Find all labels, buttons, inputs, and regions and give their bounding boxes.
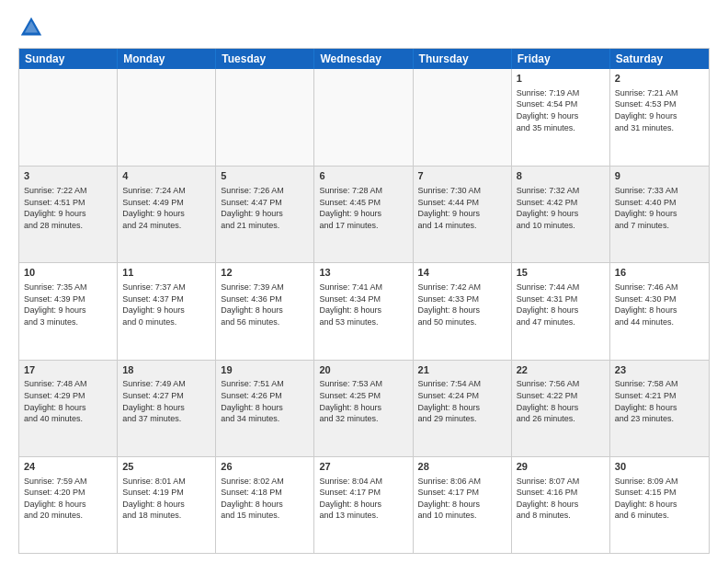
- weekday-header: Thursday: [414, 49, 512, 69]
- calendar-row: 24Sunrise: 7:59 AM Sunset: 4:20 PM Dayli…: [19, 456, 709, 553]
- calendar-cell: 9Sunrise: 7:33 AM Sunset: 4:40 PM Daylig…: [610, 167, 709, 262]
- calendar-cell: 29Sunrise: 8:07 AM Sunset: 4:16 PM Dayli…: [512, 457, 610, 553]
- calendar-cell: 11Sunrise: 7:37 AM Sunset: 4:37 PM Dayli…: [118, 263, 216, 359]
- cell-info: Sunrise: 7:21 AM Sunset: 4:53 PM Dayligh…: [615, 87, 704, 133]
- calendar-cell: 14Sunrise: 7:42 AM Sunset: 4:33 PM Dayli…: [414, 263, 512, 359]
- page: SundayMondayTuesdayWednesdayThursdayFrid…: [0, 0, 728, 563]
- calendar-cell: 26Sunrise: 8:02 AM Sunset: 4:18 PM Dayli…: [216, 457, 314, 553]
- header: [18, 15, 710, 40]
- calendar-cell: 10Sunrise: 7:35 AM Sunset: 4:39 PM Dayli…: [19, 263, 118, 359]
- calendar-row: 17Sunrise: 7:48 AM Sunset: 4:29 PM Dayli…: [19, 360, 709, 456]
- cell-info: Sunrise: 7:44 AM Sunset: 4:31 PM Dayligh…: [517, 282, 605, 327]
- cell-info: Sunrise: 7:59 AM Sunset: 4:20 PM Dayligh…: [24, 476, 112, 522]
- day-number: 6: [319, 169, 407, 183]
- calendar-cell: 4Sunrise: 7:24 AM Sunset: 4:49 PM Daylig…: [118, 167, 216, 262]
- day-number: 5: [221, 169, 309, 183]
- cell-info: Sunrise: 7:19 AM Sunset: 4:54 PM Dayligh…: [517, 87, 605, 133]
- day-number: 21: [418, 363, 506, 377]
- calendar-cell: 17Sunrise: 7:48 AM Sunset: 4:29 PM Dayli…: [19, 361, 118, 456]
- calendar-cell: 30Sunrise: 8:09 AM Sunset: 4:15 PM Dayli…: [610, 457, 709, 553]
- day-number: 22: [517, 363, 605, 377]
- day-number: 24: [24, 460, 112, 474]
- cell-info: Sunrise: 7:58 AM Sunset: 4:21 PM Dayligh…: [615, 378, 704, 424]
- day-number: 15: [517, 266, 605, 280]
- logo-icon: [18, 15, 44, 40]
- calendar-cell: 20Sunrise: 7:53 AM Sunset: 4:25 PM Dayli…: [314, 361, 413, 456]
- day-number: 28: [418, 460, 506, 474]
- calendar-cell: 24Sunrise: 7:59 AM Sunset: 4:20 PM Dayli…: [19, 457, 118, 553]
- cell-info: Sunrise: 8:09 AM Sunset: 4:15 PM Dayligh…: [615, 476, 704, 522]
- calendar-cell: 2Sunrise: 7:21 AM Sunset: 4:53 PM Daylig…: [610, 69, 709, 166]
- cell-info: Sunrise: 7:49 AM Sunset: 4:27 PM Dayligh…: [122, 378, 210, 424]
- day-number: 17: [24, 363, 112, 377]
- calendar-cell: [118, 69, 216, 166]
- day-number: 26: [221, 460, 309, 474]
- calendar-cell: [414, 69, 512, 166]
- calendar-cell: [216, 69, 314, 166]
- cell-info: Sunrise: 7:22 AM Sunset: 4:51 PM Dayligh…: [24, 185, 112, 231]
- cell-info: Sunrise: 7:42 AM Sunset: 4:33 PM Dayligh…: [418, 282, 506, 327]
- calendar-cell: 18Sunrise: 7:49 AM Sunset: 4:27 PM Dayli…: [118, 361, 216, 456]
- day-number: 23: [615, 363, 704, 377]
- cell-info: Sunrise: 7:54 AM Sunset: 4:24 PM Dayligh…: [418, 378, 506, 424]
- calendar-header: SundayMondayTuesdayWednesdayThursdayFrid…: [19, 49, 709, 69]
- cell-info: Sunrise: 7:30 AM Sunset: 4:44 PM Dayligh…: [418, 185, 506, 231]
- day-number: 3: [24, 169, 112, 183]
- calendar-cell: 3Sunrise: 7:22 AM Sunset: 4:51 PM Daylig…: [19, 167, 118, 262]
- calendar-row: 3Sunrise: 7:22 AM Sunset: 4:51 PM Daylig…: [19, 166, 709, 262]
- day-number: 29: [517, 460, 605, 474]
- cell-info: Sunrise: 8:07 AM Sunset: 4:16 PM Dayligh…: [517, 476, 605, 522]
- calendar-cell: 19Sunrise: 7:51 AM Sunset: 4:26 PM Dayli…: [216, 361, 314, 456]
- cell-info: Sunrise: 7:53 AM Sunset: 4:25 PM Dayligh…: [319, 378, 407, 424]
- cell-info: Sunrise: 7:24 AM Sunset: 4:49 PM Dayligh…: [122, 185, 210, 231]
- weekday-header: Friday: [512, 49, 610, 69]
- cell-info: Sunrise: 7:32 AM Sunset: 4:42 PM Dayligh…: [517, 185, 605, 231]
- cell-info: Sunrise: 7:39 AM Sunset: 4:36 PM Dayligh…: [221, 282, 309, 327]
- calendar-cell: 21Sunrise: 7:54 AM Sunset: 4:24 PM Dayli…: [414, 361, 512, 456]
- day-number: 18: [122, 363, 210, 377]
- weekday-header: Monday: [118, 49, 216, 69]
- calendar-cell: 13Sunrise: 7:41 AM Sunset: 4:34 PM Dayli…: [314, 263, 413, 359]
- calendar-cell: 25Sunrise: 8:01 AM Sunset: 4:19 PM Dayli…: [118, 457, 216, 553]
- calendar-cell: [19, 69, 118, 166]
- cell-info: Sunrise: 8:01 AM Sunset: 4:19 PM Dayligh…: [122, 476, 210, 522]
- weekday-header: Wednesday: [314, 49, 413, 69]
- day-number: 27: [319, 460, 407, 474]
- day-number: 2: [615, 72, 704, 86]
- calendar-cell: 28Sunrise: 8:06 AM Sunset: 4:17 PM Dayli…: [414, 457, 512, 553]
- cell-info: Sunrise: 7:51 AM Sunset: 4:26 PM Dayligh…: [221, 378, 309, 424]
- cell-info: Sunrise: 7:33 AM Sunset: 4:40 PM Dayligh…: [615, 185, 704, 231]
- calendar-row: 10Sunrise: 7:35 AM Sunset: 4:39 PM Dayli…: [19, 262, 709, 359]
- day-number: 11: [122, 266, 210, 280]
- day-number: 30: [615, 460, 704, 474]
- calendar-cell: 27Sunrise: 8:04 AM Sunset: 4:17 PM Dayli…: [314, 457, 413, 553]
- calendar-cell: 7Sunrise: 7:30 AM Sunset: 4:44 PM Daylig…: [414, 167, 512, 262]
- weekday-header: Tuesday: [216, 49, 314, 69]
- day-number: 14: [418, 266, 506, 280]
- calendar: SundayMondayTuesdayWednesdayThursdayFrid…: [18, 48, 710, 554]
- weekday-header: Sunday: [19, 49, 118, 69]
- day-number: 25: [122, 460, 210, 474]
- calendar-body: 1Sunrise: 7:19 AM Sunset: 4:54 PM Daylig…: [19, 69, 709, 553]
- day-number: 19: [221, 363, 309, 377]
- weekday-header: Saturday: [610, 49, 709, 69]
- cell-info: Sunrise: 7:26 AM Sunset: 4:47 PM Dayligh…: [221, 185, 309, 231]
- day-number: 9: [615, 169, 704, 183]
- cell-info: Sunrise: 8:02 AM Sunset: 4:18 PM Dayligh…: [221, 476, 309, 522]
- cell-info: Sunrise: 7:35 AM Sunset: 4:39 PM Dayligh…: [24, 282, 112, 327]
- day-number: 13: [319, 266, 407, 280]
- cell-info: Sunrise: 7:28 AM Sunset: 4:45 PM Dayligh…: [319, 185, 407, 231]
- calendar-cell: 16Sunrise: 7:46 AM Sunset: 4:30 PM Dayli…: [610, 263, 709, 359]
- cell-info: Sunrise: 7:41 AM Sunset: 4:34 PM Dayligh…: [319, 282, 407, 327]
- day-number: 8: [517, 169, 605, 183]
- day-number: 1: [517, 72, 605, 86]
- day-number: 20: [319, 363, 407, 377]
- calendar-row: 1Sunrise: 7:19 AM Sunset: 4:54 PM Daylig…: [19, 69, 709, 166]
- calendar-cell: 23Sunrise: 7:58 AM Sunset: 4:21 PM Dayli…: [610, 361, 709, 456]
- cell-info: Sunrise: 7:56 AM Sunset: 4:22 PM Dayligh…: [517, 378, 605, 424]
- day-number: 10: [24, 266, 112, 280]
- cell-info: Sunrise: 7:37 AM Sunset: 4:37 PM Dayligh…: [122, 282, 210, 327]
- logo: [18, 15, 48, 40]
- calendar-cell: 15Sunrise: 7:44 AM Sunset: 4:31 PM Dayli…: [512, 263, 610, 359]
- cell-info: Sunrise: 8:06 AM Sunset: 4:17 PM Dayligh…: [418, 476, 506, 522]
